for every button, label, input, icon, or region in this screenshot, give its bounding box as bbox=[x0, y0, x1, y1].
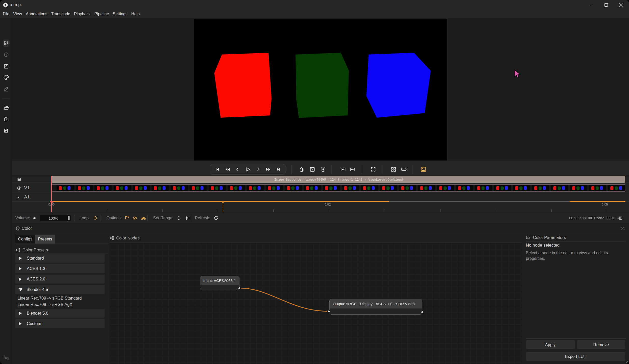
v1-thumbnail bbox=[304, 185, 321, 191]
notes-icon[interactable] bbox=[3, 63, 10, 70]
preset-group-aces20[interactable]: ACES 2.0 bbox=[15, 275, 105, 284]
layout-dashboard-icon[interactable] bbox=[3, 39, 10, 47]
rewind-icon bbox=[224, 166, 231, 172]
fullscreen-icon[interactable] bbox=[369, 166, 377, 173]
preset-item-srgb-agx[interactable]: Linear Rec.709 -> sRGB AgX bbox=[18, 302, 72, 307]
menu-view[interactable]: View bbox=[13, 10, 22, 18]
mask-icon[interactable] bbox=[349, 166, 356, 173]
annotate-pen-icon[interactable] bbox=[3, 85, 10, 92]
palette-icon[interactable] bbox=[3, 74, 10, 81]
play-button[interactable] bbox=[244, 166, 252, 173]
volume-speaker-icon[interactable] bbox=[33, 216, 37, 221]
node-output[interactable]: Output: sRGB - Display - ACES 1.0 - SDR … bbox=[329, 299, 422, 315]
next-frame-button[interactable] bbox=[254, 166, 262, 173]
color-panel-close[interactable] bbox=[620, 226, 625, 231]
node-input[interactable]: Input: ACES2065-1 bbox=[200, 276, 239, 290]
matte-background-icon[interactable] bbox=[319, 166, 327, 173]
volume-handle[interactable] bbox=[68, 216, 70, 220]
playhead-handle[interactable] bbox=[50, 201, 54, 204]
set-range-label: Set Range: bbox=[153, 216, 173, 220]
menu-pipeline[interactable]: Pipeline bbox=[95, 10, 109, 18]
v1-thumbnail bbox=[190, 185, 207, 191]
node-output-input-port[interactable] bbox=[327, 310, 330, 313]
menu-playback[interactable]: Playback bbox=[74, 10, 91, 18]
v1-thumbnail bbox=[323, 185, 340, 191]
preset-group-blender45[interactable]: Blender 4.5 bbox=[15, 285, 105, 294]
v1-thumbnail bbox=[133, 185, 150, 191]
apply-button[interactable]: Apply bbox=[526, 340, 575, 349]
refresh-icon[interactable] bbox=[213, 216, 218, 221]
options-label: Options: bbox=[106, 216, 122, 220]
sequence-label: Image Sequence: linear709HR [124 frames … bbox=[274, 178, 403, 181]
tile-view-icon[interactable] bbox=[390, 166, 397, 173]
app-window: u.m.p. File View Annotations Transcode P… bbox=[0, 0, 629, 364]
timeline-ruler[interactable]: 0:00 0:02 0:05 bbox=[12, 201, 629, 212]
image-overlay-icon[interactable] bbox=[420, 166, 427, 173]
snapshot-icon[interactable] bbox=[339, 166, 347, 173]
skip-to-start-button[interactable] bbox=[213, 166, 221, 173]
open-folder-icon[interactable] bbox=[3, 104, 10, 111]
volume-slider[interactable]: 100% bbox=[40, 215, 71, 221]
tab-presets[interactable]: Presets bbox=[35, 235, 55, 244]
menu-transcode[interactable]: Transcode bbox=[51, 10, 70, 18]
node-input-output-port[interactable] bbox=[238, 287, 241, 290]
save-icon[interactable] bbox=[3, 127, 10, 134]
transport-separator bbox=[291, 165, 292, 174]
set-in-icon[interactable] bbox=[177, 215, 182, 221]
menu-settings[interactable]: Settings bbox=[113, 10, 128, 18]
eye-icon[interactable] bbox=[17, 186, 22, 191]
bike-icon[interactable] bbox=[141, 216, 146, 221]
ruler-tick bbox=[440, 209, 440, 212]
window-title: u.m.p. bbox=[10, 2, 22, 7]
fast-forward-button[interactable] bbox=[264, 166, 272, 173]
goto-frame-icon[interactable] bbox=[617, 216, 622, 220]
preset-item-srgb-standard[interactable]: Linear Rec.709 -> sRGB Standard bbox=[18, 296, 82, 301]
menu-file[interactable]: File bbox=[3, 10, 9, 18]
v1-thumbnail bbox=[456, 185, 473, 191]
pixel-grid-icon[interactable] bbox=[309, 166, 316, 173]
speaker-icon[interactable] bbox=[17, 195, 21, 200]
v1-thumbnail bbox=[437, 185, 454, 191]
close-button[interactable] bbox=[615, 0, 626, 10]
ruler-tick bbox=[329, 209, 329, 212]
video-track[interactable] bbox=[52, 184, 625, 192]
presets-divider bbox=[15, 253, 108, 253]
playhead[interactable] bbox=[51, 176, 52, 212]
minimize-button[interactable] bbox=[585, 0, 597, 10]
set-out-icon[interactable] bbox=[185, 215, 190, 221]
export-lut-button[interactable]: Export LUT bbox=[526, 352, 625, 361]
toolbox-icon[interactable] bbox=[3, 115, 10, 123]
node-wire bbox=[110, 243, 521, 364]
menu-annotations[interactable]: Annotations bbox=[26, 10, 47, 18]
color-adjust-icon[interactable] bbox=[298, 166, 305, 173]
hdr-disabled-icon[interactable]: HDR bbox=[3, 354, 10, 361]
node-output-output-port[interactable] bbox=[421, 311, 424, 314]
presentation-icon[interactable] bbox=[400, 166, 408, 173]
sequence-bar[interactable]: Image Sequence: linear709HR [124 frames … bbox=[52, 176, 625, 183]
options-flag[interactable]: F* bbox=[125, 216, 129, 220]
v1-thumbnail bbox=[152, 185, 169, 191]
maximize-button[interactable] bbox=[600, 0, 612, 10]
remove-button[interactable]: Remove bbox=[577, 340, 625, 349]
preset-group-standard[interactable]: Standard bbox=[15, 254, 105, 263]
node-editor-canvas[interactable]: Input: ACES2065-1 Output: sRGB - Display… bbox=[110, 242, 521, 364]
skip-to-end-button[interactable] bbox=[275, 166, 282, 173]
speed-icon[interactable] bbox=[132, 216, 137, 221]
play-icon bbox=[245, 167, 251, 172]
transport-separator bbox=[412, 165, 412, 174]
preset-group-custom[interactable]: Custom bbox=[15, 319, 105, 328]
color-params-title: Color Paramaters bbox=[533, 235, 566, 240]
preset-group-aces13[interactable]: ACES 1.3 bbox=[15, 264, 105, 273]
tab-configs[interactable]: Configs bbox=[15, 235, 35, 244]
ruler-tick bbox=[385, 209, 385, 212]
info-icon[interactable] bbox=[3, 51, 10, 58]
preset-group-blender50[interactable]: Blender 5.0 bbox=[15, 309, 105, 318]
menu-help[interactable]: Help bbox=[131, 10, 140, 18]
range-marker[interactable] bbox=[221, 201, 224, 204]
resize-grip[interactable] bbox=[625, 360, 628, 363]
loop-icon[interactable] bbox=[93, 216, 98, 220]
v1-thumbnail bbox=[266, 185, 283, 191]
cached-range bbox=[52, 201, 389, 202]
rewind-button[interactable] bbox=[224, 166, 231, 173]
previous-frame-button[interactable] bbox=[234, 166, 242, 173]
